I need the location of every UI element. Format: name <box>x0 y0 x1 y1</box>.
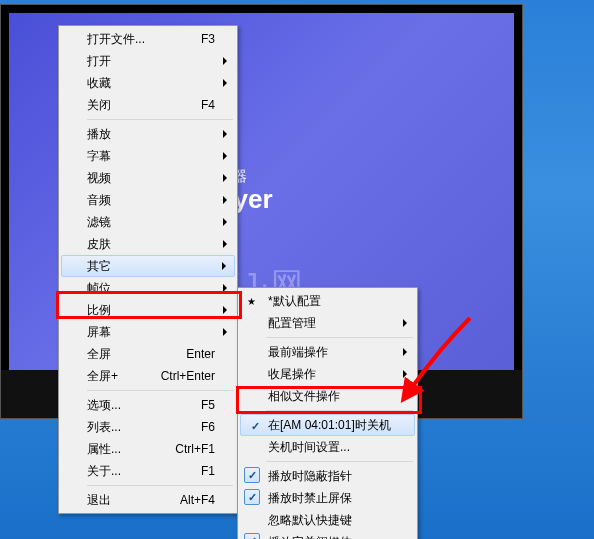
submenu-item[interactable]: 相似文件操作 <box>240 385 415 407</box>
menu-item[interactable]: 播放 <box>61 123 235 145</box>
menu-item-label: 滤镜 <box>87 214 229 231</box>
menu-item-label: 打开文件... <box>87 31 193 48</box>
submenu-arrow-icon <box>223 57 227 65</box>
submenu-arrow-icon <box>223 130 227 138</box>
menu-item-label: 收藏 <box>87 75 229 92</box>
menu-item-shortcut: F6 <box>201 420 215 434</box>
submenu-other[interactable]: ★*默认配置配置管理最前端操作收尾操作相似文件操作✓在[AM 04:01:01]… <box>237 287 418 539</box>
submenu-item[interactable]: 关机时间设置... <box>240 436 415 458</box>
menu-item[interactable]: 打开文件...F3 <box>61 28 235 50</box>
menu-item-shortcut: F4 <box>201 98 215 112</box>
menu-item-label: 屏幕 <box>87 324 229 341</box>
menu-item-label: 关闭 <box>87 97 193 114</box>
menu-item-shortcut: Enter <box>186 347 215 361</box>
submenu-item-label: 播放完关闭媒体 <box>268 534 352 540</box>
submenu-item-label: 在[AM 04:01:01]时关机 <box>268 417 391 434</box>
menu-separator <box>87 485 233 486</box>
submenu-arrow-icon <box>223 79 227 87</box>
submenu-arrow-icon <box>223 306 227 314</box>
check-icon: ✓ <box>244 533 260 539</box>
submenu-arrow-icon <box>403 370 407 378</box>
submenu-item-label: 配置管理 <box>268 315 316 332</box>
submenu-arrow-icon <box>223 328 227 336</box>
menu-separator <box>87 119 233 120</box>
submenu-item[interactable]: ✓播放时隐蔽指针 <box>240 465 415 487</box>
menu-item-label: 选项... <box>87 397 193 414</box>
menu-separator <box>87 390 233 391</box>
submenu-arrow-icon <box>223 218 227 226</box>
submenu-arrow-icon <box>223 240 227 248</box>
menu-item-label: 其它 <box>87 258 229 275</box>
submenu-item-label: 播放时禁止屏保 <box>268 490 352 507</box>
check-icon: ✓ <box>244 489 260 505</box>
menu-item-label: 列表... <box>87 419 193 436</box>
menu-item-shortcut: Ctrl+F1 <box>175 442 215 456</box>
menu-item[interactable]: 帧位 <box>61 277 235 299</box>
submenu-arrow-icon <box>403 392 407 400</box>
menu-item-label: 退出 <box>87 492 172 509</box>
submenu-item[interactable]: ✓播放时禁止屏保 <box>240 487 415 509</box>
menu-item[interactable]: 音频 <box>61 189 235 211</box>
star-icon: ★ <box>247 296 256 307</box>
menu-item[interactable]: 皮肤 <box>61 233 235 255</box>
submenu-arrow-icon <box>403 319 407 327</box>
menu-item-shortcut: F3 <box>201 32 215 46</box>
menu-item[interactable]: 全屏Enter <box>61 343 235 365</box>
menu-item-label: 属性... <box>87 441 167 458</box>
menu-item[interactable]: 视频 <box>61 167 235 189</box>
submenu-item[interactable]: 收尾操作 <box>240 363 415 385</box>
menu-item[interactable]: 关闭F4 <box>61 94 235 116</box>
menu-item-label: 帧位 <box>87 280 229 297</box>
menu-item-label: 全屏+ <box>87 368 153 385</box>
menu-item[interactable]: 属性...Ctrl+F1 <box>61 438 235 460</box>
menu-item-shortcut: F5 <box>201 398 215 412</box>
submenu-item-label: 最前端操作 <box>268 344 328 361</box>
menu-item-label: 视频 <box>87 170 229 187</box>
submenu-item[interactable]: ✓在[AM 04:01:01]时关机 <box>240 414 415 436</box>
menu-item-label: 皮肤 <box>87 236 229 253</box>
menu-item[interactable]: 屏幕 <box>61 321 235 343</box>
menu-separator <box>266 461 413 462</box>
menu-item-label: 比例 <box>87 302 229 319</box>
submenu-item[interactable]: 忽略默认快捷键 <box>240 509 415 531</box>
menu-item[interactable]: 关于...F1 <box>61 460 235 482</box>
menu-item-label: 关于... <box>87 463 193 480</box>
menu-separator <box>266 410 413 411</box>
submenu-item-label: 关机时间设置... <box>268 439 350 456</box>
submenu-arrow-icon <box>223 284 227 292</box>
submenu-arrow-icon <box>403 348 407 356</box>
submenu-item[interactable]: 配置管理 <box>240 312 415 334</box>
submenu-item-label: 相似文件操作 <box>268 388 340 405</box>
submenu-arrow-icon <box>223 152 227 160</box>
menu-item-shortcut: F1 <box>201 464 215 478</box>
menu-item-label: 字幕 <box>87 148 229 165</box>
menu-item[interactable]: 退出Alt+F4 <box>61 489 235 511</box>
menu-item-label: 打开 <box>87 53 229 70</box>
submenu-item[interactable]: ✓播放完关闭媒体 <box>240 531 415 539</box>
submenu-item-label: 忽略默认快捷键 <box>268 512 352 529</box>
menu-item[interactable]: 比例 <box>61 299 235 321</box>
context-menu[interactable]: 打开文件...F3打开收藏关闭F4播放字幕视频音频滤镜皮肤其它帧位比例屏幕全屏E… <box>58 25 238 514</box>
menu-item[interactable]: 收藏 <box>61 72 235 94</box>
check-icon: ✓ <box>244 467 260 483</box>
menu-item[interactable]: 滤镜 <box>61 211 235 233</box>
submenu-item[interactable]: ★*默认配置 <box>240 290 415 312</box>
submenu-arrow-icon <box>223 196 227 204</box>
submenu-arrow-icon <box>223 174 227 182</box>
menu-item-shortcut: Alt+F4 <box>180 493 215 507</box>
check-icon: ✓ <box>247 418 263 434</box>
submenu-item[interactable]: 最前端操作 <box>240 341 415 363</box>
menu-item-label: 全屏 <box>87 346 178 363</box>
submenu-arrow-icon <box>222 262 226 270</box>
submenu-item-label: 播放时隐蔽指针 <box>268 468 352 485</box>
menu-item[interactable]: 全屏+Ctrl+Enter <box>61 365 235 387</box>
menu-item-shortcut: Ctrl+Enter <box>161 369 215 383</box>
submenu-item-label: 收尾操作 <box>268 366 316 383</box>
menu-item[interactable]: 其它 <box>61 255 235 277</box>
menu-item[interactable]: 列表...F6 <box>61 416 235 438</box>
menu-item[interactable]: 打开 <box>61 50 235 72</box>
menu-separator <box>266 337 413 338</box>
menu-item[interactable]: 字幕 <box>61 145 235 167</box>
submenu-item-label: *默认配置 <box>268 293 321 310</box>
menu-item[interactable]: 选项...F5 <box>61 394 235 416</box>
